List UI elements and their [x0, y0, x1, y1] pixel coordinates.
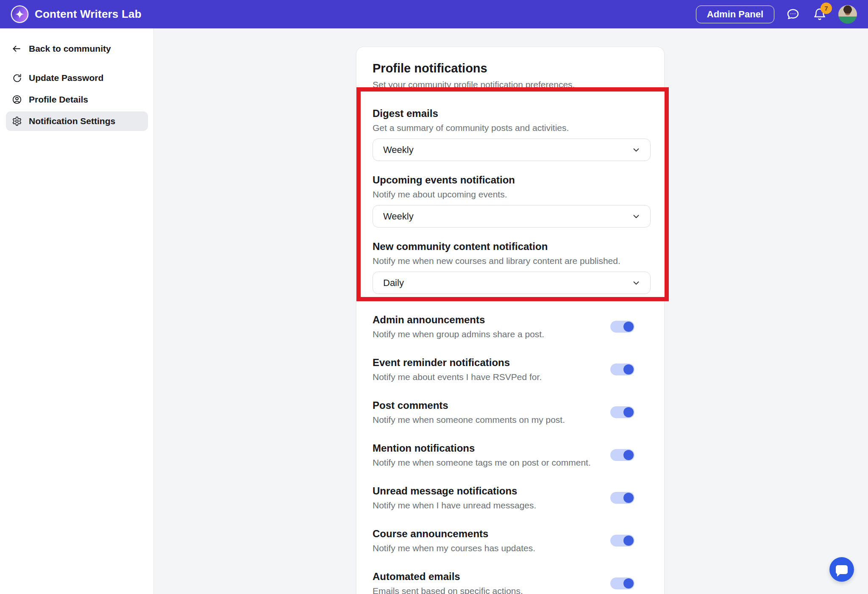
chevron-down-icon — [632, 278, 641, 288]
chat-icon[interactable] — [785, 6, 801, 22]
toggle-knob — [623, 493, 634, 503]
select-value: Daily — [383, 278, 404, 289]
automated-emails-toggle[interactable] — [610, 577, 634, 589]
admin-announcements-toggle[interactable] — [610, 321, 634, 333]
setting-description: Emails sent based on specific actions. — [373, 586, 523, 594]
setting-title: Digest emails — [373, 107, 648, 120]
setting-title: Mention notifications — [373, 442, 591, 455]
chat-bubble-icon — [836, 565, 848, 574]
new-community-content-select[interactable]: Daily — [373, 272, 651, 294]
toggle-knob — [623, 407, 634, 417]
toggle-knob — [623, 364, 634, 375]
toggle-settings-list: Admin announcements Notify me when group… — [373, 314, 648, 594]
chevron-down-icon — [632, 145, 641, 155]
digest-emails-select[interactable]: Weekly — [373, 139, 651, 161]
sidebar-item-label: Profile Details — [29, 94, 88, 105]
user-circle-icon — [12, 94, 22, 105]
toggle-setting-row-admin-announcements: Admin announcements Notify me when group… — [373, 314, 648, 340]
setting-title: Admin announcements — [373, 314, 544, 326]
setting-title: Unread message notifications — [373, 485, 536, 497]
back-to-community-link[interactable]: Back to community — [11, 44, 153, 54]
chat-launcher-button[interactable] — [829, 557, 854, 582]
setting-digest-emails: Digest emails Get a summary of community… — [373, 107, 648, 161]
setting-description: Notify me when someone comments on my po… — [373, 414, 565, 425]
brand-title: Content Writers Lab — [35, 8, 142, 21]
profile-notifications-card: Profile notifications Set your community… — [356, 47, 665, 594]
toggle-knob — [623, 536, 634, 546]
event-reminder-toggle[interactable] — [610, 364, 634, 375]
admin-panel-button[interactable]: Admin Panel — [696, 6, 774, 23]
setting-description: Notify me when someone tags me on post o… — [373, 457, 591, 468]
notification-count-badge: 7 — [821, 3, 832, 14]
setting-title: New community content notification — [373, 240, 648, 253]
toggle-row-text: Automated emails Emails sent based on sp… — [373, 570, 523, 594]
app-logo-icon — [11, 6, 28, 23]
setting-description: Notify me about events I have RSVPed for… — [373, 372, 542, 383]
page: Content Writers Lab Admin Panel 7 — [0, 0, 868, 594]
setting-title: Automated emails — [373, 570, 523, 583]
toggle-setting-row-event-reminders: Event reminder notifications Notify me a… — [373, 356, 648, 383]
setting-description: Notify me when my courses has updates. — [373, 543, 535, 554]
setting-description: Notify me about upcoming events. — [373, 189, 648, 200]
arrow-left-icon — [11, 44, 22, 54]
toggle-knob — [623, 450, 634, 460]
setting-upcoming-events: Upcoming events notification Notify me a… — [373, 174, 648, 228]
chevron-down-icon — [632, 212, 641, 221]
toggle-row-text: Admin announcements Notify me when group… — [373, 314, 544, 340]
gear-icon — [12, 116, 22, 126]
brand[interactable]: Content Writers Lab — [11, 6, 142, 23]
toggle-row-text: Post comments Notify me when someone com… — [373, 399, 565, 425]
topbar: Content Writers Lab Admin Panel 7 — [0, 0, 868, 28]
setting-description: Notify me when group admins share a post… — [373, 329, 544, 340]
page-subtitle: Set your community profile notification … — [373, 79, 648, 90]
unread-messages-toggle[interactable] — [610, 492, 634, 504]
post-comments-toggle[interactable] — [610, 406, 634, 418]
toggle-setting-row-course-announcements: Course announcements Notify me when my c… — [373, 527, 648, 554]
topbar-right: Admin Panel 7 — [696, 5, 857, 24]
toggle-knob — [623, 578, 634, 588]
sidebar: Back to community Update Password — [0, 28, 154, 594]
course-announcements-toggle[interactable] — [610, 535, 634, 547]
setting-description: Notify me when I have unread messages. — [373, 500, 536, 511]
toggle-row-text: Unread message notifications Notify me w… — [373, 485, 536, 511]
setting-title: Course announcements — [373, 527, 535, 540]
sidebar-item-label: Update Password — [29, 73, 103, 83]
setting-description: Get a summary of community posts and act… — [373, 122, 648, 133]
sidebar-item-notification-settings[interactable]: Notification Settings — [6, 111, 148, 131]
avatar[interactable] — [838, 5, 857, 24]
setting-title: Event reminder notifications — [373, 356, 542, 369]
back-to-community-label: Back to community — [29, 44, 111, 54]
toggle-setting-row-mentions: Mention notifications Notify me when som… — [373, 442, 648, 468]
toggle-setting-row-unread-messages: Unread message notifications Notify me w… — [373, 485, 648, 511]
upcoming-events-select[interactable]: Weekly — [373, 205, 651, 228]
select-value: Weekly — [383, 144, 414, 155]
toggle-row-text: Event reminder notifications Notify me a… — [373, 356, 542, 383]
sidebar-item-profile-details[interactable]: Profile Details — [6, 90, 148, 109]
toggle-setting-row-post-comments: Post comments Notify me when someone com… — [373, 399, 648, 425]
setting-new-community-content: New community content notification Notif… — [373, 240, 648, 294]
notifications-bell-icon[interactable]: 7 — [812, 6, 828, 22]
page-title: Profile notifications — [373, 61, 648, 76]
toggle-row-text: Mention notifications Notify me when som… — [373, 442, 591, 468]
refresh-icon — [12, 73, 22, 83]
toggle-setting-row-automated-emails: Automated emails Emails sent based on sp… — [373, 570, 648, 594]
sidebar-item-update-password[interactable]: Update Password — [6, 68, 148, 88]
sidebar-nav: Update Password Profile Details — [0, 68, 153, 131]
toggle-knob — [623, 322, 634, 332]
mention-notifications-toggle[interactable] — [610, 449, 634, 461]
select-value: Weekly — [383, 211, 414, 222]
setting-description: Notify me when new courses and library c… — [373, 255, 648, 266]
sidebar-item-label: Notification Settings — [29, 116, 115, 126]
toggle-row-text: Course announcements Notify me when my c… — [373, 527, 535, 554]
setting-title: Upcoming events notification — [373, 174, 648, 186]
setting-title: Post comments — [373, 399, 565, 412]
